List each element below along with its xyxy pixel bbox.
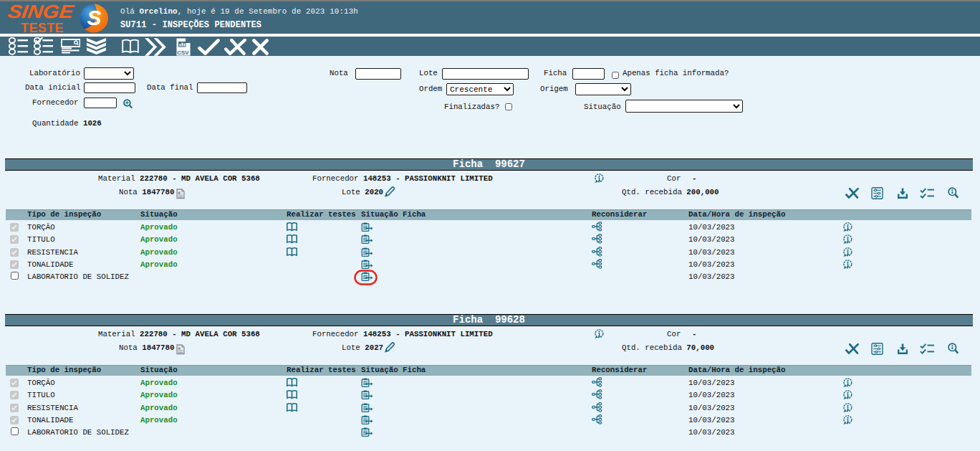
svg-text:CSV: CSV — [177, 49, 189, 56]
svg-text:S: S — [87, 6, 101, 29]
